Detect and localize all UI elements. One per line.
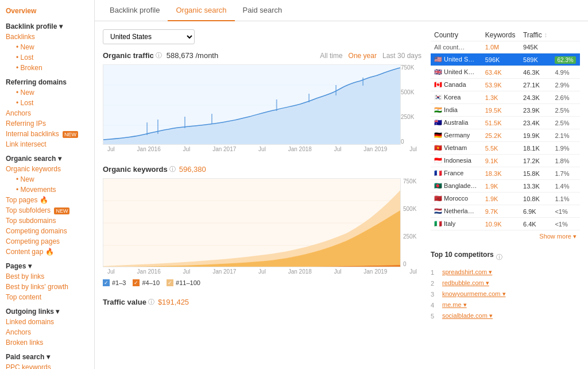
sidebar: Overview Backlink profile ▾ Backlinks • … — [0, 0, 95, 369]
country-pct: 1.9% — [551, 142, 580, 155]
competitor-link[interactable]: me.me ▾ — [442, 301, 467, 309]
country-flag-name[interactable]: 🇺🇸 United S… — [431, 53, 482, 66]
legend-item-1-3[interactable]: ✓ #1–3 — [103, 279, 126, 286]
country-keywords[interactable]: 25.2K — [482, 129, 520, 142]
country-flag-name[interactable]: 🇨🇦 Canada — [431, 79, 482, 91]
sidebar-item-top-subdomains[interactable]: Top subdomains — [0, 216, 94, 226]
country-keywords[interactable]: 18.3K — [482, 167, 520, 180]
country-traffic: 24.3K — [520, 91, 551, 104]
sidebar-item-organic-keywords[interactable]: Organic keywords — [0, 164, 94, 174]
kw-x-jul2: Jul — [183, 268, 191, 275]
sidebar-item-internal-backlinks[interactable]: Internal backlinks NEW — [0, 129, 94, 139]
country-flag-name[interactable]: 🇫🇷 France — [431, 167, 482, 180]
kw-x-jan17: Jan 2017 — [212, 268, 236, 275]
sidebar-item-content-gap[interactable]: Content gap 🔥 — [0, 247, 94, 257]
country-table-row: 🇰🇷 Korea 1.3K 24.3K 2.6% — [431, 91, 580, 104]
country-flag-name[interactable]: 🇻🇳 Vietnam — [431, 142, 482, 155]
sidebar-item-anchors-2[interactable]: Anchors — [0, 327, 94, 337]
legend-item-11-100[interactable]: ✓ #11–100 — [167, 279, 200, 286]
country-keywords[interactable]: 1.3K — [482, 91, 520, 104]
sidebar-item-anchors-1[interactable]: Anchors — [0, 108, 94, 118]
sidebar-item-top-pages[interactable]: Top pages 🔥 — [0, 195, 94, 205]
country-keywords[interactable]: 1.9K — [482, 193, 520, 205]
country-flag-name[interactable]: 🇮🇳 India — [431, 104, 482, 117]
country-keywords[interactable]: 9.7K — [482, 205, 520, 218]
sidebar-section-backlink[interactable]: Backlink profile ▾ — [0, 20, 94, 32]
time-last-30[interactable]: Last 30 days — [382, 52, 421, 60]
country-flag-name[interactable]: 🇧🇩 Banglade… — [431, 180, 482, 193]
sidebar-item-backlinks-new[interactable]: • New — [0, 42, 94, 52]
time-all[interactable]: All time — [320, 52, 342, 60]
pct-text: 2.1% — [555, 132, 569, 139]
sidebar-section-paid[interactable]: Paid search ▾ — [0, 350, 94, 362]
country-keywords[interactable]: 19.5K — [482, 104, 520, 117]
competitor-num: 3 — [431, 291, 440, 298]
sidebar-item-competing-domains[interactable]: Competing domains — [0, 226, 94, 236]
country-flag-name[interactable]: 🇩🇪 Germany — [431, 129, 482, 142]
country-select[interactable]: United States All countries United Kingd… — [103, 29, 195, 44]
country-keywords[interactable]: 596K — [482, 53, 520, 66]
legend-label-11-100: #11–100 — [176, 279, 200, 286]
sidebar-overview[interactable]: Overview — [0, 5, 94, 17]
country-keywords[interactable]: 53.9K — [482, 79, 520, 91]
kw-y-label-0: 0 — [403, 261, 421, 267]
tab-backlink-profile[interactable]: Backlink profile — [102, 0, 168, 21]
sidebar-item-organic-movements[interactable]: • Movements — [0, 184, 94, 195]
kw-x-jul5: Jul — [409, 268, 417, 275]
time-one-year[interactable]: One year — [349, 52, 377, 60]
tab-paid-search[interactable]: Paid search — [235, 0, 291, 21]
organic-keywords-info-icon[interactable]: ⓘ — [169, 165, 176, 174]
sidebar-item-referring-ips[interactable]: Referring IPs — [0, 118, 94, 129]
sidebar-item-top-content[interactable]: Top content — [0, 292, 94, 302]
sidebar-item-best-by-links-growth[interactable]: Best by links' growth — [0, 282, 94, 292]
sidebar-item-backlinks[interactable]: Backlinks — [0, 32, 94, 42]
country-flag-name[interactable]: 🇲🇦 Morocco — [431, 193, 482, 205]
country-table-row: 🇨🇦 Canada 53.9K 27.1K 2.9% — [431, 79, 580, 91]
competitor-link[interactable]: redbubble.com ▾ — [442, 279, 489, 287]
tab-organic-search[interactable]: Organic search — [168, 0, 234, 21]
country-keywords[interactable]: 10.9K — [482, 218, 520, 230]
competitors-list: 1 spreadshirt.com ▾ 2 redbubble.com ▾ 3 … — [431, 267, 580, 321]
sidebar-item-organic-new[interactable]: • New — [0, 174, 94, 184]
country-flag-name[interactable]: 🇳🇱 Netherla… — [431, 205, 482, 218]
sidebar-item-broken-links[interactable]: Broken links — [0, 337, 94, 348]
sidebar-item-referring-lost[interactable]: • Lost — [0, 98, 94, 108]
country-flag-name[interactable]: 🇮🇩 Indonesia — [431, 155, 482, 167]
competitors-info-icon[interactable]: ⓘ — [496, 253, 502, 262]
sidebar-item-linked-domains[interactable]: Linked domains — [0, 317, 94, 327]
competitor-num: 4 — [431, 302, 440, 309]
country-traffic: 6.4K — [520, 218, 551, 230]
competitor-link[interactable]: socialblade.com ▾ — [442, 312, 493, 320]
legend-item-4-10[interactable]: ✓ #4–10 — [133, 279, 160, 286]
sidebar-item-ppc-keywords[interactable]: PPC keywords — [0, 362, 94, 369]
country-keywords[interactable]: 9.1K — [482, 155, 520, 167]
sidebar-item-top-subfolders[interactable]: Top subfolders NEW — [0, 205, 94, 216]
country-keywords[interactable]: 1.9K — [482, 180, 520, 193]
pct-text: 2.5% — [555, 107, 569, 114]
country-flag-name[interactable]: 🇮🇹 Italy — [431, 218, 482, 230]
sidebar-item-referring-new[interactable]: • New — [0, 87, 94, 98]
country-keywords[interactable]: 63.4K — [482, 66, 520, 79]
country-table-header-row: Country Keywords Traffic ↕ — [431, 29, 580, 41]
country-flag-name[interactable]: 🇰🇷 Korea — [431, 91, 482, 104]
sidebar-section-pages[interactable]: Pages ▾ — [0, 259, 94, 271]
competitor-link[interactable]: knowyourmeme.com ▾ — [442, 290, 506, 298]
flag-icon: 🇳🇱 — [434, 207, 442, 214]
organic-traffic-info-icon[interactable]: ⓘ — [156, 51, 162, 60]
show-more-button[interactable]: Show more ▾ — [431, 230, 580, 243]
sidebar-item-link-intersect[interactable]: Link intersect — [0, 139, 94, 149]
traffic-value-info-icon[interactable]: ⓘ — [148, 298, 154, 306]
country-keywords[interactable]: 5.5K — [482, 142, 520, 155]
country-keywords[interactable]: 51.5K — [482, 117, 520, 129]
competitor-link[interactable]: spreadshirt.com ▾ — [442, 268, 492, 276]
sidebar-section-organic[interactable]: Organic search ▾ — [0, 152, 94, 164]
sidebar-section-outgoing[interactable]: Outgoing links ▾ — [0, 305, 94, 317]
sidebar-item-backlinks-broken[interactable]: • Broken — [0, 63, 94, 73]
country-flag-name[interactable]: 🇬🇧 United K… — [431, 66, 482, 79]
country-table-row: 🇦🇺 Australia 51.5K 23.4K 2.5% — [431, 117, 580, 129]
sidebar-item-backlinks-lost[interactable]: • Lost — [0, 52, 94, 63]
country-flag-name[interactable]: 🇦🇺 Australia — [431, 117, 482, 129]
y-label-500k: 500K — [401, 89, 419, 95]
sidebar-item-competing-pages[interactable]: Competing pages — [0, 236, 94, 247]
sidebar-item-best-by-links[interactable]: Best by links — [0, 271, 94, 282]
